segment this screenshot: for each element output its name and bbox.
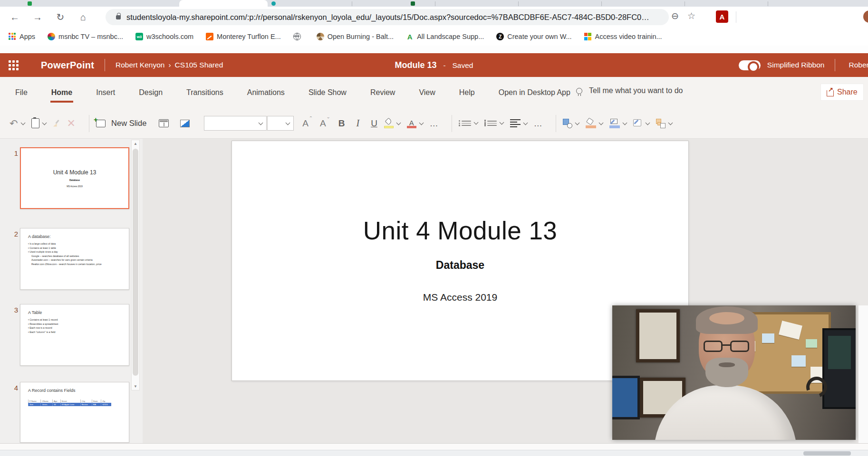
slide-thumbnail-4[interactable]: A Record contains Fields F NameLName Age… [20, 382, 129, 443]
bookmark-apps[interactable]: Apps [9, 33, 35, 40]
bold-button[interactable]: B [338, 118, 345, 129]
browser-toolbar: ← → ↻ ⌂ studentsloyola-my.sharepoint.com… [0, 7, 868, 28]
tab-insert[interactable]: Insert [95, 87, 116, 102]
arrange-button[interactable] [656, 119, 672, 128]
paste-button[interactable] [31, 118, 46, 128]
thumb-subtext: MS Access 2019 [21, 185, 128, 188]
tell-me-box[interactable]: Tell me what you want to do [576, 86, 683, 95]
bookmark-star-icon[interactable]: ☆ [687, 10, 695, 21]
tab-divider [601, 1, 602, 6]
font-color-button[interactable]: A [407, 119, 423, 128]
slide-subtext[interactable]: MS Access 2019 [232, 292, 688, 303]
bookmark-open-burning[interactable]: Open Burning - Balt... [317, 33, 394, 40]
forward-icon[interactable]: → [29, 9, 46, 25]
share-button[interactable]: Share [820, 84, 864, 101]
shape-fill-button[interactable] [586, 119, 603, 128]
back-icon[interactable]: ← [7, 9, 23, 25]
delete-icon: ✕ [67, 118, 76, 129]
slide-layout-button[interactable] [159, 119, 169, 127]
shapes-button[interactable] [563, 119, 579, 128]
slide-title[interactable]: Unit 4 Module 13 [232, 216, 688, 245]
delete-button[interactable]: ✕ [67, 118, 76, 129]
tab-animations[interactable]: Animations [246, 87, 286, 102]
share-label: Share [837, 88, 858, 96]
breadcrumb-folder[interactable]: CS105 Shared [175, 61, 223, 69]
scroll-down-icon[interactable]: ▼ [132, 384, 139, 389]
italic-button[interactable]: I [356, 118, 359, 129]
glasses-bridge [723, 344, 731, 346]
lightbulb-icon [576, 88, 582, 94]
highlight-color-button[interactable] [384, 119, 400, 128]
bookmark-msnbc[interactable]: msnbc TV – msnbc... [48, 33, 123, 40]
reset-slide-button[interactable] [180, 120, 190, 127]
background-monitor [822, 328, 856, 409]
home-icon[interactable]: ⌂ [75, 9, 91, 25]
reload-icon[interactable]: ↻ [52, 9, 68, 25]
url-text[interactable]: studentsloyola-my.sharepoint.com/:p:/r/p… [126, 13, 649, 22]
more-paragraph-options-button[interactable]: … [534, 119, 542, 128]
shape-effects-button[interactable] [633, 119, 649, 128]
slide-thumbnail-2[interactable]: A database: Is a large collect of data C… [20, 228, 129, 290]
scroll-up-icon[interactable]: ▲ [132, 142, 139, 146]
layout-icon [159, 119, 169, 127]
reset-icon [180, 120, 190, 127]
user-name[interactable]: Robert [849, 61, 868, 69]
align-button[interactable] [510, 119, 527, 128]
undo-button[interactable]: ↶ [10, 118, 25, 128]
acrobat-extension-icon[interactable]: A [716, 10, 728, 23]
bullets-button[interactable] [459, 121, 478, 126]
bookmark-access-training[interactable]: Access video trainin... [584, 33, 662, 40]
green-a-icon: A [406, 33, 414, 40]
tab-favicon [271, 1, 276, 6]
browser-active-tab[interactable] [179, 0, 268, 7]
bookmark-monterey-turflon[interactable]: Monterey Turflon E... [206, 33, 281, 40]
profile-avatar[interactable] [863, 10, 868, 23]
numbering-button[interactable] [484, 121, 503, 126]
tab-design[interactable]: Design [138, 87, 164, 102]
app-launcher-waffle-icon[interactable] [9, 60, 19, 70]
share-icon [827, 90, 834, 96]
toolbar-separator [452, 115, 452, 132]
thumb-title: A Table [28, 310, 42, 315]
bookmark-label: msnbc TV – msnbc... [58, 33, 123, 40]
slide-subtitle[interactable]: Database [232, 259, 688, 272]
tab-home[interactable]: Home [50, 87, 73, 102]
horizontal-scrollbar-thumb[interactable] [803, 451, 851, 456]
grow-font-button[interactable]: A [302, 118, 309, 129]
underline-button[interactable]: U [371, 118, 377, 129]
toolbar-separator [556, 115, 556, 132]
microsoft-squares-icon [584, 33, 592, 40]
zoom-out-icon[interactable]: ⊖ [671, 10, 679, 21]
tab-slide-show[interactable]: Slide Show [308, 87, 347, 102]
format-painter-button[interactable] [53, 120, 60, 127]
document-title[interactable]: Module 13 [395, 60, 437, 70]
tab-review[interactable]: Review [369, 87, 396, 102]
more-font-options-button[interactable]: … [430, 119, 438, 128]
shrink-font-button[interactable]: A [320, 118, 326, 129]
font-name-dropdown[interactable] [204, 116, 267, 131]
new-slide-button[interactable]: New Slide [96, 119, 146, 128]
shape-outline-button[interactable] [609, 119, 627, 128]
horizontal-scrollbar[interactable] [0, 450, 868, 456]
open-in-desktop-app-button[interactable]: Open in Desktop App [498, 87, 571, 102]
simplified-ribbon-toggle[interactable] [739, 60, 761, 70]
arrange-icon [656, 119, 665, 128]
tab-help[interactable]: Help [458, 87, 476, 102]
breadcrumb-user[interactable]: Robert Kenyon [116, 61, 164, 69]
align-text-icon [510, 119, 521, 128]
font-size-dropdown[interactable] [267, 116, 294, 131]
address-bar[interactable]: studentsloyola-my.sharepoint.com/:p:/r/p… [106, 9, 669, 25]
thumbnail-scrollbar[interactable]: ▲ ▼ [131, 140, 140, 390]
glasses-left-lens [704, 341, 723, 352]
scrollbar-thumb[interactable] [133, 149, 138, 376]
slide-thumbnail-3[interactable]: A Table Contains at least 1 record Resem… [20, 304, 129, 366]
tab-transitions[interactable]: Transitions [185, 87, 224, 102]
bookmark-w3schools[interactable]: w3 w3schools.com [135, 33, 193, 40]
slide-thumbnail-1[interactable]: Unit 4 Module 13 Database MS Access 2019 [20, 147, 129, 209]
bookmark-create-your-own[interactable]: Z Create your own W... [496, 33, 571, 40]
tab-file[interactable]: File [14, 87, 29, 102]
breadcrumb[interactable]: Robert Kenyon › CS105 Shared [116, 61, 223, 69]
bookmark-globe[interactable] [293, 33, 304, 40]
tab-view[interactable]: View [418, 87, 436, 102]
bookmark-all-landscape[interactable]: A All Landscape Supp... [406, 33, 484, 40]
